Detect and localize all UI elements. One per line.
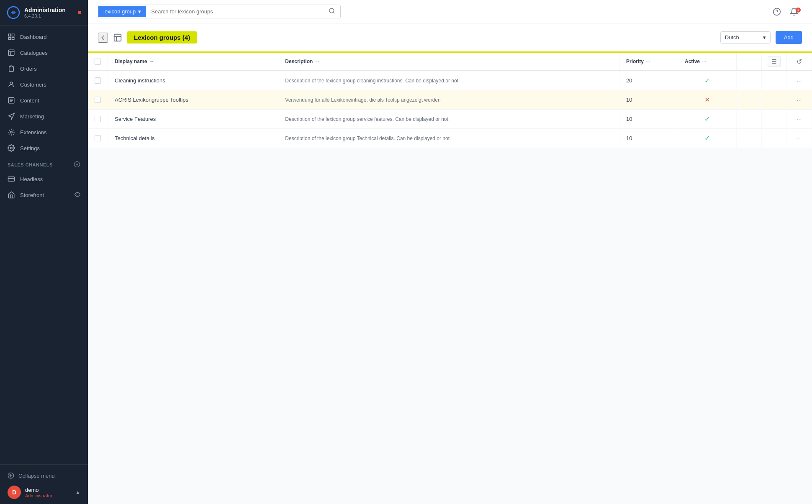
row-priority: 20 bbox=[619, 71, 678, 90]
row-checkbox-cell bbox=[88, 110, 108, 128]
row-description: Description of the lexicon group service… bbox=[278, 110, 619, 128]
row-priority: 10 bbox=[619, 90, 678, 109]
collapse-menu-label: Collapse menu bbox=[18, 473, 55, 479]
svg-point-24 bbox=[329, 8, 334, 13]
sidebar-item-extensions[interactable]: Extensions bbox=[0, 124, 88, 140]
row-display-name: Service Features bbox=[108, 110, 278, 128]
lexicon-groups-table: Display name ··· Description ··· Priorit… bbox=[88, 53, 812, 148]
sidebar-item-dashboard-label: Dashboard bbox=[20, 34, 47, 40]
sidebar-footer: Collapse menu D demo Administrator ▲ bbox=[0, 464, 88, 504]
display-name-column-options[interactable]: ··· bbox=[149, 59, 153, 64]
row-active: ✕ bbox=[678, 90, 737, 109]
sidebar-item-settings[interactable]: Settings bbox=[0, 140, 88, 156]
row-spacer bbox=[737, 129, 762, 148]
language-select[interactable]: Dutch ▾ bbox=[720, 31, 771, 43]
svg-rect-4 bbox=[12, 38, 14, 40]
svg-rect-19 bbox=[8, 177, 15, 182]
catalogues-icon bbox=[8, 49, 15, 56]
table-row[interactable]: Service Features Description of the lexi… bbox=[88, 110, 812, 129]
add-sales-channel-button[interactable] bbox=[74, 161, 80, 169]
search-filter-label: lexicon group bbox=[103, 8, 136, 15]
row-checkbox[interactable] bbox=[95, 135, 101, 141]
sales-channels-section: Sales Channels bbox=[0, 156, 88, 171]
collapse-menu-button[interactable]: Collapse menu bbox=[8, 470, 80, 481]
search-button[interactable] bbox=[324, 5, 340, 18]
table-row[interactable]: Cleaning instructions Description of the… bbox=[88, 71, 812, 90]
svg-rect-8 bbox=[10, 66, 13, 67]
sidebar-item-marketing-label: Marketing bbox=[20, 113, 44, 120]
row-display-name: Cleaning instructions bbox=[108, 71, 278, 90]
main-content: lexicon group ▾ 1 Lexicon groups bbox=[88, 0, 812, 504]
row-description: Description of the lexicon group Technic… bbox=[278, 129, 619, 148]
svg-point-14 bbox=[10, 131, 13, 133]
user-avatar: D bbox=[8, 486, 21, 499]
row-description: Description of the lexicon group cleanin… bbox=[278, 71, 619, 90]
table-row[interactable]: ACRIS Lexikongruppe Tooltips Verwendung … bbox=[88, 90, 812, 110]
sidebar-item-content[interactable]: Content bbox=[0, 92, 88, 108]
sidebar-item-orders[interactable]: Orders bbox=[0, 61, 88, 77]
notifications-button[interactable]: 1 bbox=[789, 5, 802, 18]
row-priority: 10 bbox=[619, 110, 678, 128]
sidebar-item-storefront[interactable]: Storefront bbox=[0, 187, 88, 203]
sidebar: Administration 6.4.20.1 Dashboard Catalo… bbox=[0, 0, 88, 504]
row-spacer bbox=[737, 110, 762, 128]
description-column-options[interactable]: ··· bbox=[315, 59, 319, 64]
header-columns-button-cell: ☰ bbox=[762, 53, 787, 70]
marketing-icon bbox=[8, 113, 15, 120]
content-area: Lexicon groups (4) Dutch ▾ Add Display n… bbox=[88, 23, 812, 504]
search-input[interactable] bbox=[146, 6, 324, 17]
display-name-column-label: Display name bbox=[115, 59, 147, 64]
active-column-options[interactable]: ··· bbox=[702, 59, 706, 64]
app-logo bbox=[7, 6, 20, 19]
customers-icon bbox=[8, 81, 15, 88]
sidebar-item-customers[interactable]: Customers bbox=[0, 77, 88, 92]
row-checkbox-cell bbox=[88, 90, 108, 109]
svg-rect-28 bbox=[114, 34, 121, 41]
row-checkbox[interactable] bbox=[95, 97, 101, 103]
notification-badge: 1 bbox=[796, 8, 801, 13]
row-active: ✓ bbox=[678, 110, 737, 128]
row-actions-button[interactable]: ··· bbox=[787, 71, 812, 90]
row-actions-button[interactable]: ··· bbox=[787, 90, 812, 109]
user-menu[interactable]: D demo Administrator ▲ bbox=[8, 481, 80, 499]
row-priority: 10 bbox=[619, 129, 678, 148]
table-row[interactable]: Technical details Description of the lex… bbox=[88, 129, 812, 148]
sidebar-item-headless[interactable]: Headless bbox=[0, 171, 88, 187]
search-filter-button[interactable]: lexicon group ▾ bbox=[98, 6, 146, 17]
header-display-name: Display name ··· bbox=[108, 53, 278, 70]
refresh-button[interactable]: ↺ bbox=[797, 58, 802, 66]
user-role: Administrator bbox=[25, 493, 71, 498]
sidebar-item-catalogues[interactable]: Catalogues bbox=[0, 45, 88, 61]
sidebar-item-orders-label: Orders bbox=[20, 66, 37, 72]
language-label: Dutch bbox=[725, 34, 739, 41]
help-button[interactable] bbox=[770, 5, 784, 18]
active-check-icon: ✓ bbox=[704, 134, 710, 142]
orders-icon bbox=[8, 65, 15, 72]
add-button[interactable]: Add bbox=[776, 31, 802, 44]
settings-icon bbox=[8, 144, 15, 152]
svg-point-21 bbox=[77, 194, 78, 195]
back-button[interactable] bbox=[98, 33, 108, 43]
active-check-icon: ✓ bbox=[704, 115, 710, 123]
row-checkbox-cell bbox=[88, 129, 108, 148]
sidebar-item-marketing[interactable]: Marketing bbox=[0, 108, 88, 124]
header-refresh-cell: ↺ bbox=[787, 53, 812, 70]
sidebar-item-settings-label: Settings bbox=[20, 145, 40, 151]
sidebar-item-catalogues-label: Catalogues bbox=[20, 50, 48, 56]
sidebar-item-dashboard[interactable]: Dashboard bbox=[0, 29, 88, 45]
priority-column-options[interactable]: ··· bbox=[646, 59, 650, 64]
row-checkbox[interactable] bbox=[95, 116, 101, 122]
sidebar-nav: Dashboard Catalogues Orders Customers Co… bbox=[0, 26, 88, 464]
dashboard-icon bbox=[8, 33, 15, 41]
columns-settings-button[interactable]: ☰ bbox=[768, 56, 781, 67]
sales-channels-label: Sales Channels bbox=[8, 162, 53, 167]
row-actions-button[interactable]: ··· bbox=[787, 110, 812, 128]
row-actions-button[interactable]: ··· bbox=[787, 129, 812, 148]
page-title: Lexicon groups (4) bbox=[127, 31, 197, 43]
select-all-checkbox[interactable] bbox=[95, 59, 101, 65]
row-checkbox[interactable] bbox=[95, 77, 101, 84]
priority-column-label: Priority bbox=[626, 59, 644, 64]
user-name: demo bbox=[25, 487, 71, 493]
storefront-icon bbox=[8, 191, 15, 199]
row-checkbox-cell bbox=[88, 71, 108, 90]
